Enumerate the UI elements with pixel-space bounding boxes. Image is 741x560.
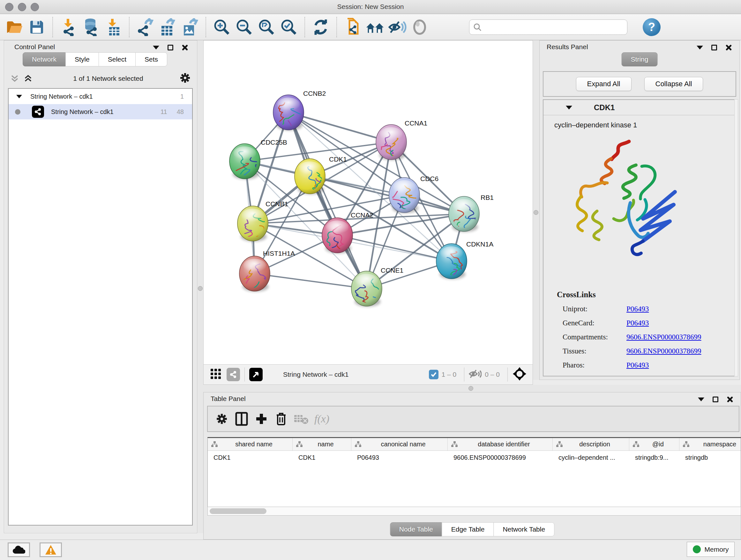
import-table-from-file-icon[interactable] bbox=[104, 18, 123, 37]
tab-network[interactable]: Network bbox=[23, 52, 66, 66]
zoom-in-icon[interactable] bbox=[212, 18, 231, 37]
warnings-button[interactable] bbox=[40, 543, 62, 557]
expand-all-button[interactable]: Expand All bbox=[576, 77, 631, 91]
birds-eye-view-icon[interactable] bbox=[249, 368, 263, 381]
table-hscrollbar[interactable] bbox=[207, 507, 741, 516]
delete-column-icon[interactable] bbox=[273, 411, 289, 427]
show-columns-icon[interactable] bbox=[233, 411, 250, 427]
apply-layout-icon[interactable] bbox=[312, 18, 330, 37]
network-node[interactable]: CCNE1 bbox=[351, 266, 403, 324]
network-edge[interactable] bbox=[288, 112, 391, 142]
network-collection-row[interactable]: String Network – cdk1 1 bbox=[9, 89, 192, 104]
network-edge[interactable] bbox=[337, 235, 452, 261]
column-header[interactable]: database identifier bbox=[448, 438, 553, 450]
string-network-icon bbox=[32, 106, 44, 118]
tab-style[interactable]: Style bbox=[65, 52, 99, 66]
network-edge[interactable] bbox=[288, 112, 367, 289]
column-header[interactable]: @id bbox=[629, 438, 679, 450]
open-session-icon[interactable] bbox=[5, 18, 23, 37]
status-bar: Memory bbox=[0, 540, 741, 560]
gear-icon[interactable] bbox=[179, 72, 191, 85]
collapse-all-button[interactable]: Collapse All bbox=[644, 77, 703, 91]
function-builder-icon[interactable]: f(x) bbox=[314, 413, 329, 425]
expand-all-icon[interactable] bbox=[24, 74, 32, 83]
crosslink-link[interactable]: P06493 bbox=[626, 305, 649, 313]
delete-table-icon[interactable] bbox=[293, 411, 309, 427]
column-header[interactable]: description bbox=[553, 438, 629, 450]
export-image-icon[interactable] bbox=[181, 18, 199, 37]
collapse-all-icon[interactable] bbox=[10, 74, 19, 83]
hide-selected-icon[interactable] bbox=[388, 18, 407, 37]
bottom-splitter-grip[interactable] bbox=[468, 386, 473, 391]
collection-expander-icon[interactable] bbox=[16, 95, 22, 98]
collection-label: String Network – cdk1 bbox=[30, 93, 180, 100]
float-panel-icon[interactable] bbox=[713, 396, 718, 402]
memory-label: Memory bbox=[704, 546, 729, 553]
string-view-icon[interactable] bbox=[226, 368, 240, 381]
export-table-icon[interactable] bbox=[158, 18, 177, 37]
zoom-fit-icon[interactable] bbox=[257, 18, 276, 37]
memory-button[interactable]: Memory bbox=[687, 542, 735, 557]
column-header[interactable]: name bbox=[293, 438, 351, 450]
panel-menu-icon[interactable] bbox=[153, 46, 159, 50]
results-scrollbar[interactable] bbox=[734, 99, 738, 376]
crosslink-link[interactable]: 9606.ENSP00000378699 bbox=[626, 347, 701, 355]
table-hscrollbar-thumb[interactable] bbox=[210, 508, 266, 514]
cloud-button[interactable] bbox=[8, 543, 30, 557]
crosslink-link[interactable]: 9606.ENSP00000378699 bbox=[626, 333, 701, 341]
table-row[interactable]: CDK1CDK1P064939606.ENSP00000378699cyclin… bbox=[208, 451, 741, 464]
network-node[interactable]: CDKN1A bbox=[436, 240, 493, 291]
column-header[interactable]: canonical name bbox=[351, 438, 448, 450]
first-neighbors-icon[interactable] bbox=[366, 18, 384, 37]
column-header[interactable]: shared name bbox=[208, 438, 293, 450]
float-panel-icon[interactable] bbox=[167, 45, 173, 51]
network-node[interactable]: RB1 bbox=[449, 194, 494, 246]
cloud-icon bbox=[12, 545, 25, 554]
export-network-icon[interactable] bbox=[136, 18, 154, 37]
float-panel-icon[interactable] bbox=[711, 45, 717, 51]
close-panel-icon[interactable] bbox=[725, 44, 732, 51]
network-node[interactable]: CCNA1 bbox=[372, 119, 427, 171]
search-input[interactable] bbox=[482, 23, 619, 30]
gene-card-header[interactable]: CDK1 bbox=[543, 100, 736, 115]
new-network-from-selection-icon[interactable] bbox=[343, 18, 362, 37]
tab-network-table[interactable]: Network Table bbox=[493, 522, 554, 537]
help-button[interactable]: ? bbox=[643, 18, 661, 36]
hidden-eye-icon[interactable] bbox=[469, 369, 482, 381]
close-panel-icon[interactable] bbox=[727, 396, 733, 402]
import-network-from-database-icon[interactable] bbox=[82, 18, 100, 37]
tab-select[interactable]: Select bbox=[98, 52, 136, 66]
right-splitter-grip[interactable] bbox=[534, 210, 538, 215]
panel-menu-icon[interactable] bbox=[698, 397, 704, 401]
footer-divider bbox=[508, 368, 508, 381]
show-all-icon[interactable] bbox=[410, 18, 429, 37]
network-row[interactable]: String Network – cdk1 11 48 bbox=[9, 104, 192, 119]
crosslink-link[interactable]: P06493 bbox=[626, 361, 649, 369]
panel-menu-icon[interactable] bbox=[697, 46, 703, 50]
tab-node-table[interactable]: Node Table bbox=[390, 522, 442, 537]
selected-checkbox-icon[interactable] bbox=[429, 370, 439, 379]
close-panel-icon[interactable] bbox=[182, 44, 188, 51]
column-header[interactable]: namespace bbox=[679, 438, 741, 450]
zoom-selected-icon[interactable] bbox=[280, 18, 298, 37]
import-network-from-file-icon[interactable] bbox=[59, 18, 78, 37]
crosslink-label: GeneCard: bbox=[562, 319, 626, 327]
zoom-out-icon[interactable] bbox=[235, 18, 253, 37]
left-splitter-grip[interactable] bbox=[198, 286, 203, 291]
crosslink-row: Pharos:P06493 bbox=[557, 361, 736, 369]
network-canvas[interactable]: CCNB2CCNA1CDC25BCDK1CDC6RB1CCNB1CCNA2CDK… bbox=[204, 41, 533, 364]
gene-expander-icon[interactable] bbox=[566, 106, 572, 110]
node-position-icon[interactable] bbox=[512, 367, 527, 383]
search-field[interactable] bbox=[469, 19, 627, 35]
grid-view-icon[interactable] bbox=[210, 368, 221, 381]
add-column-icon[interactable] bbox=[253, 411, 270, 427]
tab-edge-table[interactable]: Edge Table bbox=[442, 522, 494, 537]
node-label: HIST1H1A bbox=[263, 250, 295, 257]
table-options-gear-icon[interactable] bbox=[213, 411, 230, 427]
crosslink-link[interactable]: P06493 bbox=[626, 319, 649, 327]
tab-sets[interactable]: Sets bbox=[135, 52, 167, 66]
save-session-icon[interactable] bbox=[27, 18, 46, 37]
table-toolbar: f(x) bbox=[207, 406, 739, 432]
tab-string[interactable]: String bbox=[622, 52, 658, 66]
network-edge[interactable] bbox=[255, 273, 367, 289]
